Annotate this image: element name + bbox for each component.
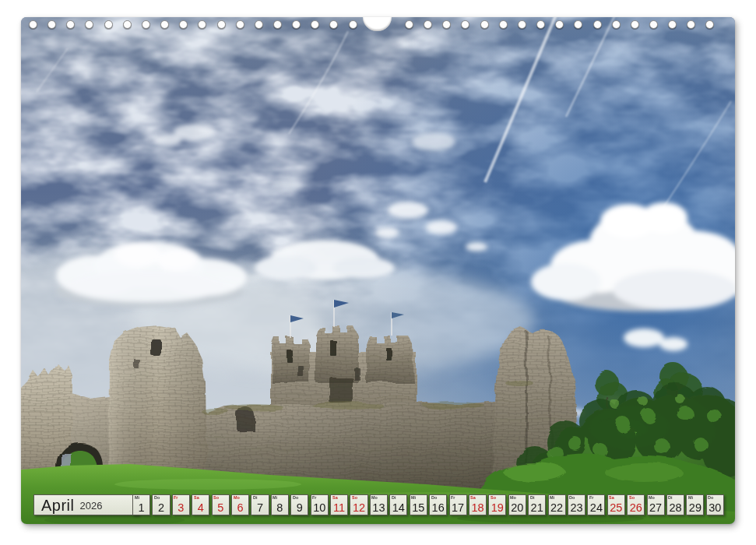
day-number: 1	[133, 501, 149, 514]
binding-hole	[649, 20, 658, 29]
day-number: 23	[568, 501, 585, 514]
weekday-label: Mi	[550, 495, 554, 500]
calendar-day-cell: Mi29	[686, 494, 704, 515]
calendar-sheet: April 2026 Mi1Do2Fr3Sa4So5Mo6Di7Mi8Do9Fr…	[21, 17, 735, 524]
binding-hole	[217, 20, 226, 29]
day-number: 24	[588, 501, 604, 514]
calendar-strip: April 2026 Mi1Do2Fr3Sa4So5Mo6Di7Mi8Do9Fr…	[21, 494, 735, 516]
day-number: 14	[390, 501, 406, 514]
weekday-label: Mi	[135, 495, 139, 500]
weekday-label: Di	[668, 495, 672, 500]
day-number: 25	[608, 501, 624, 514]
binding-hole	[536, 20, 545, 29]
day-number: 4	[192, 501, 209, 514]
day-number: 19	[489, 501, 505, 514]
day-number: 28	[667, 501, 684, 514]
binding-hole	[349, 20, 357, 29]
calendar-day-cell: Do16	[429, 494, 447, 515]
day-number: 20	[509, 501, 526, 514]
day-number: 8	[272, 501, 288, 514]
day-number: 12	[350, 501, 367, 514]
weekday-label: So	[629, 495, 635, 500]
weekday-label: Di	[530, 495, 534, 500]
calendar-day-cell: Fr24	[587, 494, 605, 515]
day-number: 5	[213, 501, 229, 514]
binding-hole	[480, 20, 489, 29]
day-number: 27	[648, 501, 664, 514]
calendar-day-cell: Mi1	[132, 494, 150, 515]
weekday-label: Do	[431, 495, 437, 500]
calendar-day-cell: So12	[350, 494, 367, 515]
calendar-day-cell: Fr3	[172, 494, 190, 515]
day-number: 17	[450, 501, 466, 514]
calendar-day-cell: Mo27	[647, 494, 665, 515]
day-number: 2	[153, 501, 169, 514]
binding-hole	[273, 20, 282, 29]
binding-hole	[104, 20, 113, 29]
calendar-day-cell: Fr10	[311, 494, 329, 515]
day-number: 26	[628, 501, 644, 514]
weekday-label: Fr	[589, 495, 593, 500]
calendar-day-cell: Do9	[290, 494, 308, 515]
weekday-label: So	[352, 495, 357, 500]
day-number: 9	[291, 501, 308, 514]
day-number: 7	[251, 501, 268, 514]
year: 2026	[80, 501, 103, 511]
day-number: 30	[707, 501, 723, 514]
weekday-label: Sa	[332, 495, 338, 500]
weekday-label: Mo	[649, 495, 655, 500]
day-number: 22	[549, 501, 565, 514]
day-number: 11	[331, 501, 347, 514]
binding-hole	[593, 20, 602, 29]
binding-hole	[142, 20, 150, 29]
day-number: 29	[687, 501, 703, 514]
day-number: 15	[410, 501, 427, 514]
calendar-day-cell: Mi8	[271, 494, 289, 515]
day-number: 3	[173, 501, 189, 514]
day-cells-row: Mi1Do2Fr3Sa4So5Mo6Di7Mi8Do9Fr10Sa11So12M…	[132, 494, 724, 515]
day-number: 13	[371, 501, 387, 514]
calendar-day-cell: Sa18	[469, 494, 487, 515]
weekday-label: Sa	[470, 495, 476, 500]
calendar-day-cell: Di14	[389, 494, 407, 515]
calendar-day-cell: Sa11	[330, 494, 348, 515]
weekday-label: Sa	[609, 495, 614, 500]
calendar-day-cell: Sa4	[192, 494, 209, 515]
calendar-day-cell: Mi15	[410, 494, 427, 515]
calendar-day-cell: So19	[488, 494, 506, 515]
calendar-day-cell: Fr17	[449, 494, 467, 515]
day-number: 21	[529, 501, 545, 514]
weekday-label: Mo	[510, 495, 516, 500]
weekday-label: Fr	[312, 495, 316, 500]
calendar-day-cell: Mi22	[548, 494, 566, 515]
binding-hole	[236, 20, 244, 29]
calendar-day-cell: Mo20	[508, 494, 526, 515]
calendar-day-cell: Sa25	[607, 494, 625, 515]
day-number: 16	[430, 501, 446, 514]
weekday-label: Di	[392, 495, 396, 500]
calendar-day-cell: So26	[627, 494, 645, 515]
weekday-label: Fr	[451, 495, 455, 500]
weekday-label: Sa	[194, 495, 199, 500]
binding-hole	[123, 20, 132, 29]
calendar-day-cell: Do2	[152, 494, 170, 515]
calendar-day-cell: Do30	[706, 494, 724, 515]
castle-photo	[21, 17, 735, 524]
weekday-label: Do	[154, 495, 160, 500]
weekday-label: Mi	[688, 495, 693, 500]
binding-hole	[518, 20, 526, 29]
calendar-day-cell: Mo13	[370, 494, 388, 515]
binding-hole	[255, 20, 263, 29]
weekday-label: Mo	[371, 495, 378, 500]
calendar-day-cell: Di28	[666, 494, 684, 515]
binding-hole	[499, 20, 508, 29]
day-number: 6	[232, 501, 248, 514]
weekday-label: Mo	[234, 495, 240, 500]
calendar-day-cell: Mo6	[231, 494, 249, 515]
binding-hole	[160, 20, 169, 29]
weekday-label: Do	[569, 495, 575, 500]
binding-hole	[631, 20, 639, 29]
weekday-label: Do	[708, 495, 713, 500]
day-number: 18	[469, 501, 486, 514]
weekday-label: Fr	[174, 495, 178, 500]
